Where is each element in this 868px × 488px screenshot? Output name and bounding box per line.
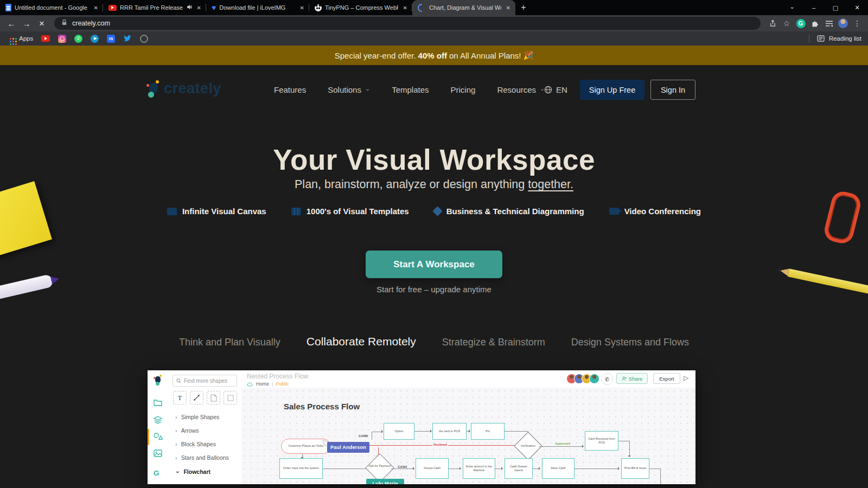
tab-think-and-plan[interactable]: Think and Plan Visually <box>179 337 280 348</box>
tab-close-icon[interactable] <box>401 4 409 11</box>
bookmark-youtube-icon[interactable] <box>41 35 50 42</box>
bookmark-instagram-icon[interactable] <box>58 35 66 43</box>
canvas-icon <box>167 208 177 215</box>
browser-tab-google-docs[interactable]: Untitled document - Google Doc <box>0 0 103 15</box>
window-minimize-button[interactable] <box>803 0 825 15</box>
shape-section-block: Block Shapes <box>175 441 216 447</box>
bookmark-twitter-icon[interactable] <box>123 34 132 43</box>
tab-collaborate-remotely[interactable]: Collaborate Remotely <box>307 335 416 348</box>
youtube-favicon <box>108 5 117 11</box>
browser-tab-strip: Untitled document - Google Doc RRR Tamil… <box>0 0 868 15</box>
tab-title: Untitled document - Google Doc <box>15 4 89 11</box>
browser-tab-tinypng[interactable]: TinyPNG – Compress WebP, PNG <box>309 0 412 15</box>
tab-title: RRR Tamil Pre Release Event <box>120 4 183 11</box>
nav-item-features[interactable]: Features <box>274 85 306 94</box>
window-close-button[interactable] <box>846 0 868 15</box>
reading-list-toggle[interactable]: Reading list <box>809 34 861 43</box>
flow-node: Card Removed from POS <box>585 431 618 451</box>
apps-label[interactable]: Apps <box>19 35 33 42</box>
flow-node: Print Bill & Issue <box>621 458 649 479</box>
breadcrumb-separator <box>272 381 273 387</box>
search-placeholder: Find more shapes <box>184 378 227 384</box>
visibility-badge: Public <box>276 381 289 387</box>
shape-section-flowchart: Flowchart <box>175 468 210 475</box>
google-docs-favicon <box>5 4 11 11</box>
signin-button[interactable]: Sign In <box>650 80 695 100</box>
extensions-puzzle-icon[interactable] <box>808 20 821 28</box>
forward-button[interactable] <box>20 19 34 28</box>
bookmark-site-icon[interactable] <box>140 35 148 43</box>
nav-item-pricing[interactable]: Pricing <box>451 85 476 94</box>
address-bar[interactable]: creately.com <box>54 17 761 30</box>
quick-tools-row <box>173 391 237 404</box>
bookmark-play-icon[interactable] <box>91 35 99 43</box>
tinypng-panda-favicon <box>315 4 322 11</box>
start-workspace-button[interactable]: Start A Workspace <box>366 251 502 278</box>
tab-close-icon[interactable] <box>505 4 512 11</box>
loading-spinner-icon <box>416 2 427 13</box>
signup-free-button[interactable]: Sign Up Free <box>580 80 644 100</box>
window-menu-chevron[interactable] <box>781 0 803 15</box>
language-label: EN <box>556 85 567 94</box>
banner-highlight: 40% off <box>418 51 447 60</box>
flow-node: Order Input into the system <box>279 458 323 479</box>
flow-node: the card to POS <box>432 423 467 440</box>
language-selector[interactable]: EN <box>544 85 567 94</box>
apps-grid-icon[interactable] <box>7 35 14 42</box>
browser-tab-creately-active[interactable]: Chart, Diagram & Visual Workspa <box>412 0 515 15</box>
bookmark-star-icon[interactable] <box>780 19 793 28</box>
tab-close-icon[interactable] <box>195 4 203 11</box>
browser-menu-icon[interactable] <box>851 19 864 28</box>
templates-icon <box>291 208 301 215</box>
globe-icon <box>544 86 552 94</box>
shapes-panel: Find more shapes Simple Shapes Arrows Bl… <box>168 370 242 484</box>
share-icon[interactable] <box>766 20 779 28</box>
flow-decision-label: Ask for Payment <box>366 464 393 468</box>
app-icon-rail <box>148 370 169 484</box>
active-rail-indicator <box>148 429 149 445</box>
nav-item-templates[interactable]: Templates <box>392 85 429 94</box>
find-shapes-search: Find more shapes <box>173 375 237 387</box>
back-button[interactable] <box>4 19 18 28</box>
flow-node: Pin <box>471 423 505 440</box>
nav-item-solutions[interactable]: Solutions <box>328 85 370 94</box>
creately-logo-text: creately <box>164 80 221 97</box>
promo-banner: Special year-end offer. 40% off on All A… <box>0 46 868 65</box>
bookmark-is-icon[interactable]: IS <box>107 35 115 43</box>
profile-avatar[interactable] <box>837 18 850 28</box>
side-panel-icon[interactable] <box>822 20 835 27</box>
tab-close-icon[interactable] <box>92 4 100 11</box>
iloveimg-favicon: ♥ <box>212 5 216 10</box>
hero-title: Your Visual Workspace <box>0 143 868 176</box>
flow-label-card: CARD <box>358 434 369 438</box>
avatar <box>589 374 599 384</box>
image-icon <box>154 450 162 458</box>
canvas-header: Nested Process Flow Home Public Share Ex… <box>241 370 695 388</box>
new-tab-button[interactable] <box>515 0 532 15</box>
together-link[interactable]: together. <box>528 178 573 191</box>
tab-close-icon[interactable] <box>298 4 306 11</box>
bookmark-whatsapp-icon[interactable]: ✆ <box>74 35 82 43</box>
breadcrumb-home: Home <box>256 381 269 387</box>
tab-audio-icon[interactable] <box>187 4 192 11</box>
url-text[interactable]: creately.com <box>72 20 110 27</box>
creately-logo[interactable]: creately <box>146 79 255 102</box>
window-maximize-button[interactable] <box>825 0 846 15</box>
stop-loading-button[interactable] <box>35 20 49 28</box>
browser-tab-youtube[interactable]: RRR Tamil Pre Release Event <box>103 0 206 15</box>
browser-tab-iloveimg[interactable]: ♥ Download file | iLoveIMG <box>206 0 309 15</box>
nav-item-resources[interactable]: Resources <box>497 85 545 94</box>
share-person-icon <box>622 376 627 381</box>
grammarly-extension-icon[interactable]: G <box>794 19 807 28</box>
window-controls <box>781 0 868 15</box>
flow-label-cash: CASH <box>397 465 408 468</box>
tab-design-systems[interactable]: Design Systems and Flows <box>571 337 689 348</box>
feature-infinite-canvas: Infinite Visual Canvas <box>167 207 266 216</box>
shape-section-arrows: Arrows <box>175 427 199 434</box>
lock-icon[interactable] <box>61 18 68 28</box>
tab-strategize-brainstorm[interactable]: Strategize & Brainstorm <box>442 337 545 348</box>
main-nav: Features Solutions Templates Pricing Res… <box>274 85 545 94</box>
shape-section-simple: Simple Shapes <box>175 414 219 420</box>
feature-video-conferencing: Video Conferencing <box>609 207 701 216</box>
tab-title: Chart, Diagram & Visual Workspa <box>429 4 501 11</box>
